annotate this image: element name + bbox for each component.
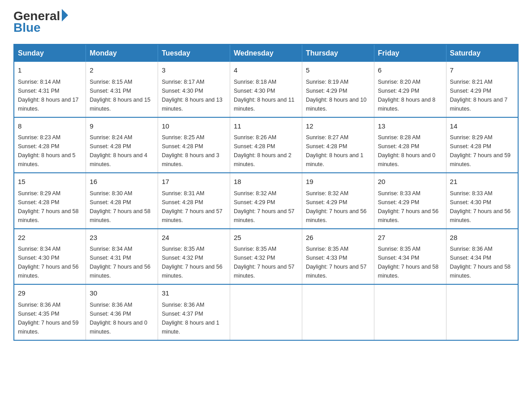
day-info: Sunrise: 8:35 AMSunset: 4:34 PMDaylight:… [378,244,442,280]
calendar-cell: 9Sunrise: 8:24 AMSunset: 4:28 PMDaylight… [86,117,158,173]
calendar-cell: 11Sunrise: 8:26 AMSunset: 4:28 PMDayligh… [230,117,302,173]
day-info: Sunrise: 8:30 AMSunset: 4:28 PMDaylight:… [90,189,154,225]
day-number: 15 [18,177,82,187]
calendar-cell: 6Sunrise: 8:20 AMSunset: 4:29 PMDaylight… [374,62,446,117]
day-number: 12 [306,121,370,132]
calendar-table: SundayMondayTuesdayWednesdayThursdayFrid… [13,44,519,341]
day-number: 2 [90,65,154,76]
calendar-cell: 24Sunrise: 8:35 AMSunset: 4:32 PMDayligh… [158,229,230,285]
day-number: 3 [162,65,226,76]
calendar-header-sunday: Sunday [14,44,86,62]
calendar-cell: 8Sunrise: 8:23 AMSunset: 4:28 PMDaylight… [14,117,86,173]
day-info: Sunrise: 8:35 AMSunset: 4:33 PMDaylight:… [306,244,370,280]
calendar-cell: 14Sunrise: 8:29 AMSunset: 4:28 PMDayligh… [446,117,518,173]
logo-blue-text: Blue [13,21,41,35]
calendar-cell: 15Sunrise: 8:29 AMSunset: 4:28 PMDayligh… [14,173,86,229]
calendar-week-row: 29Sunrise: 8:36 AMSunset: 4:35 PMDayligh… [14,284,518,340]
day-number: 10 [162,121,226,132]
calendar-cell: 5Sunrise: 8:19 AMSunset: 4:29 PMDaylight… [302,62,374,117]
day-number: 23 [90,233,154,243]
day-number: 30 [90,288,154,299]
day-info: Sunrise: 8:27 AMSunset: 4:28 PMDaylight:… [306,133,370,169]
calendar-week-row: 22Sunrise: 8:34 AMSunset: 4:30 PMDayligh… [14,229,518,285]
day-info: Sunrise: 8:35 AMSunset: 4:32 PMDaylight:… [234,244,298,280]
day-number: 19 [306,177,370,187]
day-info: Sunrise: 8:26 AMSunset: 4:28 PMDaylight:… [234,133,298,169]
day-number: 22 [18,233,82,243]
calendar-cell: 13Sunrise: 8:28 AMSunset: 4:28 PMDayligh… [374,117,446,173]
calendar-cell: 7Sunrise: 8:21 AMSunset: 4:29 PMDaylight… [446,62,518,117]
calendar-header-saturday: Saturday [446,44,518,62]
day-number: 29 [18,288,82,299]
day-info: Sunrise: 8:36 AMSunset: 4:35 PMDaylight:… [18,300,82,336]
calendar-cell: 16Sunrise: 8:30 AMSunset: 4:28 PMDayligh… [86,173,158,229]
page-header: General Blue [13,9,519,35]
calendar-header-monday: Monday [86,44,158,62]
calendar-cell: 26Sunrise: 8:35 AMSunset: 4:33 PMDayligh… [302,229,374,285]
day-info: Sunrise: 8:32 AMSunset: 4:29 PMDaylight:… [306,189,370,225]
day-info: Sunrise: 8:15 AMSunset: 4:31 PMDaylight:… [90,77,154,113]
day-info: Sunrise: 8:28 AMSunset: 4:28 PMDaylight:… [378,133,442,169]
day-info: Sunrise: 8:33 AMSunset: 4:30 PMDaylight:… [450,189,514,225]
day-number: 4 [234,65,298,76]
day-number: 7 [450,65,514,76]
logo: General Blue [13,9,68,35]
calendar-cell [230,284,302,340]
calendar-cell: 22Sunrise: 8:34 AMSunset: 4:30 PMDayligh… [14,229,86,285]
day-info: Sunrise: 8:36 AMSunset: 4:37 PMDaylight:… [162,300,226,336]
calendar-header-thursday: Thursday [302,44,374,62]
calendar-cell: 20Sunrise: 8:33 AMSunset: 4:29 PMDayligh… [374,173,446,229]
day-number: 18 [234,177,298,187]
calendar-cell: 31Sunrise: 8:36 AMSunset: 4:37 PMDayligh… [158,284,230,340]
calendar-header-wednesday: Wednesday [230,44,302,62]
calendar-cell: 3Sunrise: 8:17 AMSunset: 4:30 PMDaylight… [158,62,230,117]
day-info: Sunrise: 8:32 AMSunset: 4:29 PMDaylight:… [234,189,298,225]
day-number: 13 [378,121,442,132]
day-info: Sunrise: 8:24 AMSunset: 4:28 PMDaylight:… [90,133,154,169]
day-info: Sunrise: 8:21 AMSunset: 4:29 PMDaylight:… [450,77,514,113]
day-info: Sunrise: 8:25 AMSunset: 4:28 PMDaylight:… [162,133,226,169]
calendar-cell [302,284,374,340]
day-info: Sunrise: 8:31 AMSunset: 4:28 PMDaylight:… [162,189,226,225]
calendar-cell: 23Sunrise: 8:34 AMSunset: 4:31 PMDayligh… [86,229,158,285]
day-info: Sunrise: 8:34 AMSunset: 4:30 PMDaylight:… [18,244,82,280]
calendar-cell: 1Sunrise: 8:14 AMSunset: 4:31 PMDaylight… [14,62,86,117]
calendar-cell: 12Sunrise: 8:27 AMSunset: 4:28 PMDayligh… [302,117,374,173]
calendar-cell [446,284,518,340]
day-info: Sunrise: 8:36 AMSunset: 4:34 PMDaylight:… [450,244,514,280]
day-number: 8 [18,121,82,132]
logo-arrow-icon [62,9,68,21]
day-info: Sunrise: 8:17 AMSunset: 4:30 PMDaylight:… [162,77,226,113]
day-number: 9 [90,121,154,132]
calendar-cell: 2Sunrise: 8:15 AMSunset: 4:31 PMDaylight… [86,62,158,117]
calendar-cell: 4Sunrise: 8:18 AMSunset: 4:30 PMDaylight… [230,62,302,117]
calendar-header-friday: Friday [374,44,446,62]
day-info: Sunrise: 8:29 AMSunset: 4:28 PMDaylight:… [450,133,514,169]
day-info: Sunrise: 8:29 AMSunset: 4:28 PMDaylight:… [18,189,82,225]
day-info: Sunrise: 8:18 AMSunset: 4:30 PMDaylight:… [234,77,298,113]
day-number: 26 [306,233,370,243]
day-number: 28 [450,233,514,243]
calendar-week-row: 15Sunrise: 8:29 AMSunset: 4:28 PMDayligh… [14,173,518,229]
day-info: Sunrise: 8:14 AMSunset: 4:31 PMDaylight:… [18,77,82,113]
day-info: Sunrise: 8:20 AMSunset: 4:29 PMDaylight:… [378,77,442,113]
day-number: 20 [378,177,442,187]
calendar-cell: 19Sunrise: 8:32 AMSunset: 4:29 PMDayligh… [302,173,374,229]
day-info: Sunrise: 8:23 AMSunset: 4:28 PMDaylight:… [18,133,82,169]
day-info: Sunrise: 8:36 AMSunset: 4:36 PMDaylight:… [90,300,154,336]
day-number: 16 [90,177,154,187]
day-info: Sunrise: 8:35 AMSunset: 4:32 PMDaylight:… [162,244,226,280]
calendar-header-row: SundayMondayTuesdayWednesdayThursdayFrid… [14,44,518,62]
calendar-cell: 25Sunrise: 8:35 AMSunset: 4:32 PMDayligh… [230,229,302,285]
day-info: Sunrise: 8:33 AMSunset: 4:29 PMDaylight:… [378,189,442,225]
calendar-week-row: 8Sunrise: 8:23 AMSunset: 4:28 PMDaylight… [14,117,518,173]
calendar-header-tuesday: Tuesday [158,44,230,62]
calendar-week-row: 1Sunrise: 8:14 AMSunset: 4:31 PMDaylight… [14,62,518,117]
day-info: Sunrise: 8:34 AMSunset: 4:31 PMDaylight:… [90,244,154,280]
calendar-cell [374,284,446,340]
day-number: 1 [18,65,82,76]
day-number: 14 [450,121,514,132]
calendar-cell: 29Sunrise: 8:36 AMSunset: 4:35 PMDayligh… [14,284,86,340]
calendar-cell: 21Sunrise: 8:33 AMSunset: 4:30 PMDayligh… [446,173,518,229]
calendar-cell: 17Sunrise: 8:31 AMSunset: 4:28 PMDayligh… [158,173,230,229]
